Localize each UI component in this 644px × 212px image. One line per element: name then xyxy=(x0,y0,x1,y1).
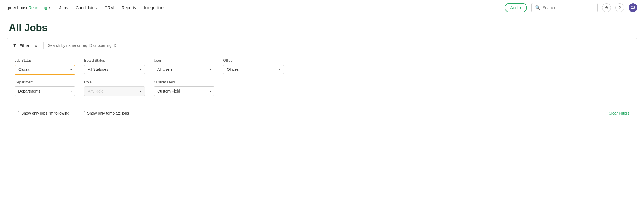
filter-label: Filter xyxy=(20,43,30,48)
board-status-select[interactable]: All Statuses Published Unpublished xyxy=(84,65,145,74)
custom-field-select[interactable]: Custom Field xyxy=(154,86,214,96)
search-bar: 🔍 xyxy=(531,3,598,12)
department-select-wrapper: Departments ▼ xyxy=(15,86,75,96)
avatar[interactable]: CS xyxy=(629,3,637,12)
job-status-label: Job Status xyxy=(15,58,75,62)
department-select[interactable]: Departments xyxy=(15,86,75,96)
settings-button[interactable]: ⚙ xyxy=(602,3,611,12)
filter-header[interactable]: ▼ Filter ∧ xyxy=(7,38,637,53)
filter-row-2: Department Departments ▼ Role Any Role ▼ xyxy=(15,80,629,96)
nav-jobs[interactable]: Jobs xyxy=(59,5,68,10)
checkbox-template[interactable] xyxy=(81,111,85,115)
page-title: All Jobs xyxy=(9,22,635,34)
checkbox-template-label[interactable]: Show only template jobs xyxy=(81,111,129,115)
filter-user-group: User All Users ▼ xyxy=(154,58,214,74)
nav-integrations[interactable]: Integrations xyxy=(144,5,165,10)
filter-job-status-group: Job Status Closed Open Draft All Statuse… xyxy=(15,58,75,75)
add-button[interactable]: Add ▾ xyxy=(505,3,527,12)
checkbox-following-label[interactable]: Show only jobs I'm following xyxy=(15,111,70,115)
nav-links: Jobs Candidates CRM Reports Integrations xyxy=(59,5,166,10)
user-select-wrapper: All Users ▼ xyxy=(154,65,214,74)
filter-body: Job Status Closed Open Draft All Statuse… xyxy=(7,53,637,107)
brand[interactable]: greenhouse Recruiting ▾ xyxy=(7,5,50,10)
office-select[interactable]: Offices xyxy=(223,65,284,74)
add-chevron-icon: ▾ xyxy=(519,5,521,10)
brand-recruiting-text: Recruiting xyxy=(28,5,47,10)
nav-icons: ⚙ ? CS xyxy=(602,3,637,12)
nav-candidates[interactable]: Candidates xyxy=(76,5,97,10)
navbar: greenhouse Recruiting ▾ Jobs Candidates … xyxy=(0,0,644,15)
filter-board-status-group: Board Status All Statuses Published Unpu… xyxy=(84,58,145,74)
checkbox-template-text: Show only template jobs xyxy=(87,111,129,115)
filter-office-group: Office Offices ▼ xyxy=(223,58,284,74)
filter-collapse-icon: ∧ xyxy=(35,44,37,47)
office-label: Office xyxy=(223,58,284,62)
checkbox-following-text: Show only jobs I'm following xyxy=(21,111,70,115)
filter-custom-field-group: Custom Field Custom Field ▼ xyxy=(154,80,214,96)
board-status-select-wrapper: All Statuses Published Unpublished ▼ xyxy=(84,65,145,74)
user-select[interactable]: All Users xyxy=(154,65,214,74)
role-select-wrapper: Any Role ▼ xyxy=(84,86,145,96)
avatar-initials: CS xyxy=(631,6,635,10)
custom-field-select-wrapper: Custom Field ▼ xyxy=(154,86,214,96)
filter-role-group: Role Any Role ▼ xyxy=(84,80,145,96)
help-button[interactable]: ? xyxy=(615,3,624,12)
nav-reports[interactable]: Reports xyxy=(122,5,136,10)
job-status-select[interactable]: Closed Open Draft All Statuses xyxy=(15,65,75,75)
user-label: User xyxy=(154,58,214,62)
filter-funnel-icon: ▼ xyxy=(12,43,17,48)
checkbox-following[interactable] xyxy=(15,111,19,115)
search-input[interactable] xyxy=(543,6,594,10)
search-icon: 🔍 xyxy=(535,5,541,10)
help-icon: ? xyxy=(619,6,621,10)
filter-department-group: Department Departments ▼ xyxy=(15,80,75,96)
filter-panel: ▼ Filter ∧ Job Status Closed Open Draft … xyxy=(7,38,637,119)
settings-icon: ⚙ xyxy=(605,6,608,10)
brand-chevron-icon: ▾ xyxy=(49,6,50,9)
office-select-wrapper: Offices ▼ xyxy=(223,65,284,74)
job-status-select-wrapper: Closed Open Draft All Statuses ▼ xyxy=(15,65,75,75)
filter-row-1: Job Status Closed Open Draft All Statuse… xyxy=(15,58,629,75)
clear-filters-button[interactable]: Clear Filters xyxy=(609,111,629,115)
nav-crm[interactable]: CRM xyxy=(104,5,114,10)
filter-footer: Show only jobs I'm following Show only t… xyxy=(7,107,637,119)
department-label: Department xyxy=(15,80,75,84)
role-select[interactable]: Any Role xyxy=(84,86,145,96)
brand-greenhouse-text: greenhouse xyxy=(7,5,28,10)
add-label: Add xyxy=(510,5,518,10)
page-header: All Jobs xyxy=(0,15,644,38)
role-label: Role xyxy=(84,80,145,84)
filter-search-input[interactable] xyxy=(43,42,632,49)
custom-field-label: Custom Field xyxy=(154,80,214,84)
board-status-label: Board Status xyxy=(84,58,145,62)
